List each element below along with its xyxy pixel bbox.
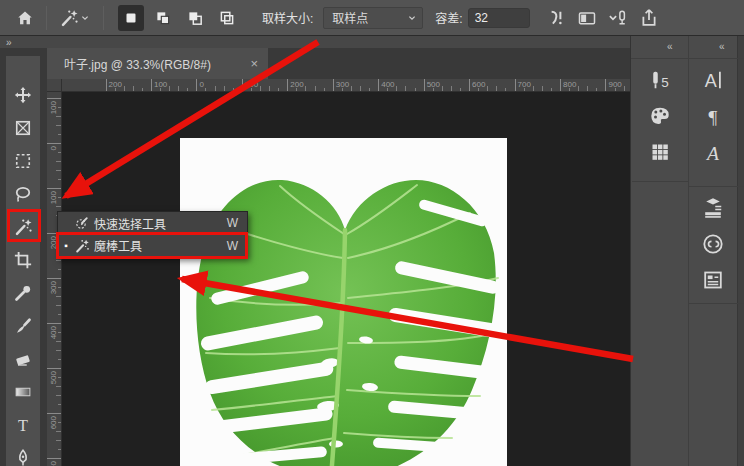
menu-item-quick-selection-tool[interactable]: 快速选择工具 W: [58, 212, 247, 235]
menu-item-shortcut: W: [227, 216, 238, 230]
libraries-panel-button[interactable]: [701, 196, 725, 220]
tolerance-label: 容差:: [435, 9, 462, 26]
sel-new-icon: [122, 9, 140, 27]
right-panel-dock: « « 5 A¶A: [630, 36, 744, 466]
divider: [46, 6, 47, 30]
add-to-selection-button[interactable]: [150, 5, 176, 31]
svg-text:¶: ¶: [709, 107, 718, 128]
gradient-tool[interactable]: [13, 382, 33, 402]
dock-column-2-bottom: [701, 196, 725, 292]
current-tool-dot: ▪: [62, 240, 70, 251]
crop-tool[interactable]: [13, 250, 33, 270]
chevrons-left-icon[interactable]: «: [719, 41, 724, 52]
cc-sync-button[interactable]: [701, 232, 725, 256]
divider: [631, 58, 744, 59]
document-tab-title: 叶子.jpg @ 33.3%(RGB/8#): [64, 55, 244, 72]
frame-tool[interactable]: [13, 118, 33, 138]
magic-wand-icon: [59, 8, 79, 28]
sample-size-dropdown[interactable]: 取样点: [323, 7, 423, 29]
dock-edge: [737, 36, 744, 466]
sel-sub-icon: [186, 9, 204, 27]
voice-options-icon[interactable]: [608, 8, 628, 28]
monstera-leaf-graphic: [180, 138, 507, 466]
tolerance-input[interactable]: [468, 8, 530, 28]
tools-panel: T: [6, 56, 40, 466]
export-icon[interactable]: [639, 8, 659, 28]
ruler-label: 0: [199, 81, 203, 89]
subtract-from-selection-button[interactable]: [182, 5, 208, 31]
glyphs-panel-button[interactable]: A: [701, 140, 725, 164]
vertical-ruler[interactable]: 100 0 100 200 300 400 500 600 700: [47, 92, 62, 466]
ruler-label: 0: [50, 146, 58, 150]
divider: [689, 303, 744, 304]
svg-text:T: T: [18, 417, 28, 435]
selection-mode-group: [118, 5, 240, 31]
chevron-down-icon: [406, 12, 418, 24]
ruler-label: 400: [50, 326, 58, 339]
anti-alias-icon[interactable]: [546, 8, 566, 28]
properties-panel-button[interactable]: [701, 268, 725, 292]
ruler-label: 100: [50, 101, 58, 114]
ruler-label: 600: [50, 416, 58, 429]
tool-flyout-menu: 快速选择工具 W▪ 魔棒工具 W: [57, 211, 248, 258]
dock-column-2-top: A¶A: [701, 68, 725, 164]
home-button[interactable]: [10, 5, 40, 31]
ruler-label: 100: [50, 191, 58, 204]
intersect-selection-button[interactable]: [214, 5, 240, 31]
menu-item-label: 快速选择工具: [94, 215, 223, 232]
chevrons-left-icon[interactable]: «: [667, 41, 672, 52]
svg-text:A: A: [705, 71, 717, 91]
chevron-down-icon: [79, 12, 91, 24]
workspace-panel-icon[interactable]: [577, 8, 597, 28]
lasso-tool[interactable]: [13, 184, 33, 204]
divider: [689, 186, 744, 187]
horizontal-ruler[interactable]: 200 100 0 100 200 300 400 500 600 700 80…: [62, 79, 630, 92]
move-tool[interactable]: [13, 85, 33, 105]
type-tool[interactable]: T: [13, 415, 33, 435]
tab-bar: 叶子.jpg @ 33.3%(RGB/8#) ×: [0, 48, 630, 79]
close-icon[interactable]: ×: [244, 56, 258, 71]
divider: [103, 6, 104, 30]
sel-add-icon: [154, 9, 172, 27]
options-right-icons: [546, 8, 659, 28]
ruler-label: 700: [50, 461, 58, 466]
photoshop-window: 取样大小: 取样点 容差: » 叶子.jpg @ 33.3%(RGB/8#) ×…: [0, 0, 744, 466]
character-panel-button[interactable]: A: [701, 68, 725, 92]
menu-item-label: 魔棒工具: [94, 237, 223, 254]
new-selection-button[interactable]: [118, 5, 144, 31]
menu-item-shortcut: W: [227, 239, 238, 253]
magic-wand-icon: [74, 238, 90, 254]
magic-wand-tool[interactable]: [13, 217, 33, 237]
ruler-label: 500: [50, 371, 58, 384]
swatches-panel-button[interactable]: [648, 140, 672, 164]
leaf-image[interactable]: [180, 138, 507, 466]
dock-column-1: 5: [648, 68, 672, 164]
paragraph-panel-button[interactable]: ¶: [701, 104, 725, 128]
tool-preset-button[interactable]: [53, 5, 97, 31]
marquee-tool[interactable]: [13, 151, 33, 171]
ruler-label: 300: [50, 281, 58, 294]
brush-settings-panel-button[interactable]: 5: [648, 68, 672, 92]
sample-size-label: 取样大小:: [262, 9, 313, 26]
color-panel-button[interactable]: [648, 104, 672, 128]
pen-tool[interactable]: [13, 448, 33, 466]
options-bar: 取样大小: 取样点 容差:: [0, 0, 744, 36]
tools-panel-header: »: [0, 36, 630, 48]
ruler-corner: [47, 79, 62, 92]
divider: [632, 181, 688, 182]
svg-text:A: A: [705, 143, 719, 164]
document-tab[interactable]: 叶子.jpg @ 33.3%(RGB/8#) ×: [47, 48, 268, 79]
quick-select-icon: [74, 215, 90, 231]
sample-size-value: 取样点: [332, 9, 406, 26]
divider: [688, 36, 689, 466]
chevrons-right-icon[interactable]: »: [6, 37, 11, 48]
eraser-tool[interactable]: [13, 349, 33, 369]
menu-item-magic-wand-tool[interactable]: ▪ 魔棒工具 W: [58, 235, 247, 258]
eyedropper-tool[interactable]: [13, 283, 33, 303]
svg-text:5: 5: [661, 75, 669, 90]
brush-tool[interactable]: [13, 316, 33, 336]
sel-intersect-icon: [218, 9, 236, 27]
home-icon: [16, 9, 34, 27]
